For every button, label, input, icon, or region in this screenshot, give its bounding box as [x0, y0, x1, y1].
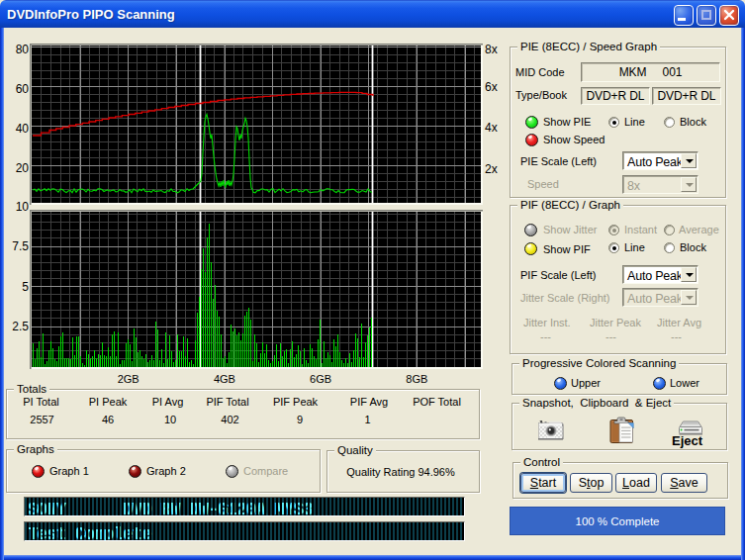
svg-text:2x: 2x: [485, 162, 498, 176]
svg-text:6GB: 6GB: [310, 373, 331, 385]
svg-text:4x: 4x: [485, 121, 498, 135]
svg-text:10: 10: [16, 200, 30, 214]
svg-text:6x: 6x: [485, 80, 498, 94]
svg-text:4GB: 4GB: [214, 373, 235, 385]
svg-text:2.5: 2.5: [12, 320, 29, 333]
svg-text:5: 5: [22, 280, 29, 294]
svg-text:2GB: 2GB: [118, 373, 140, 385]
svg-text:8GB: 8GB: [406, 373, 427, 385]
svg-text:7.5: 7.5: [12, 239, 29, 253]
svg-text:80: 80: [16, 43, 30, 56]
svg-text:20: 20: [16, 161, 30, 175]
svg-text:40: 40: [16, 122, 30, 136]
svg-text:8x: 8x: [485, 43, 498, 56]
svg-text:60: 60: [16, 82, 30, 96]
